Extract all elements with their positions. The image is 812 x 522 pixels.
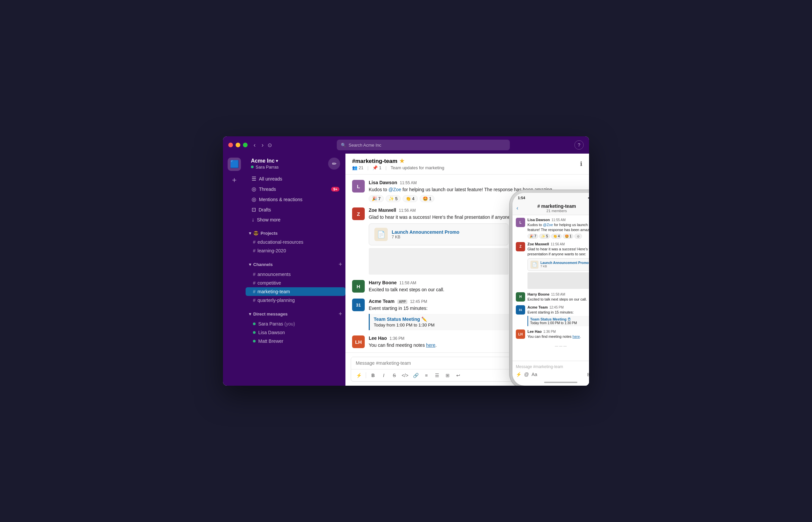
phone-at-button[interactable]: @ bbox=[524, 372, 529, 377]
phone-reaction[interactable]: 🤩 1 bbox=[563, 234, 574, 239]
avatar: 31 bbox=[352, 299, 365, 311]
phone-file-attachment[interactable]: 📄 Launch Announcement Promo 7 KB bbox=[527, 258, 589, 271]
online-dot bbox=[253, 322, 256, 325]
bold-button[interactable]: B bbox=[368, 371, 378, 380]
list-item: 31 Acme Team 12:45 PM Event starting in … bbox=[516, 305, 589, 326]
search-bar[interactable]: 🔍 Search Acme Inc bbox=[337, 140, 510, 150]
app-badge: APP bbox=[397, 300, 408, 304]
phone-reaction[interactable]: 🎉 7 bbox=[527, 234, 538, 239]
channel-item-announcements[interactable]: # announcements bbox=[246, 270, 345, 279]
star-icon[interactable]: ★ bbox=[399, 158, 404, 165]
avatar: 31 bbox=[516, 305, 525, 315]
message-time: 11:55 AM bbox=[400, 181, 417, 185]
add-workspace-button[interactable]: ＋ bbox=[231, 175, 238, 185]
channel-item-quarterly-planning[interactable]: # quarterly-planning bbox=[246, 296, 345, 304]
nav-item-mentions[interactable]: ◎ Mentions & reactions bbox=[248, 194, 343, 204]
channels-section-header[interactable]: ▾ Channels + bbox=[246, 259, 345, 270]
phone-reaction[interactable]: ✨ 5 bbox=[539, 234, 550, 239]
reaction-pill[interactable]: 🤩 1 bbox=[420, 195, 434, 202]
code-button[interactable]: </> bbox=[400, 371, 410, 380]
phone-event-title[interactable]: Team Status Meeting 🗒 bbox=[530, 317, 589, 321]
minimize-window-button[interactable] bbox=[236, 143, 240, 147]
phone-lightning-button[interactable]: ⚡ bbox=[516, 372, 521, 377]
phone-font-button[interactable]: Aa bbox=[531, 372, 537, 377]
history-button[interactable]: ⊙ bbox=[268, 142, 272, 148]
indent-button[interactable]: ⊞ bbox=[443, 371, 452, 380]
nav-item-drafts[interactable]: ⊡ Drafts bbox=[248, 204, 343, 215]
link-button[interactable]: 🔗 bbox=[411, 371, 421, 380]
dm-item-matt[interactable]: Matt Brewer bbox=[246, 337, 345, 345]
channels-label: Channels bbox=[253, 262, 273, 267]
phone-meeting-notes-link[interactable]: here bbox=[573, 335, 580, 339]
online-dot bbox=[253, 331, 256, 334]
workspace-name-button[interactable]: Acme Inc ▾ bbox=[251, 158, 278, 164]
members-count: 👥 21 bbox=[352, 165, 363, 170]
phone-back-button[interactable]: ‹ bbox=[517, 205, 518, 211]
help-button[interactable]: ? bbox=[574, 140, 584, 149]
nav-item-threads[interactable]: ◎ Threads 9+ bbox=[248, 184, 343, 194]
unordered-list-button[interactable]: ☰ bbox=[432, 371, 442, 380]
phone-msg-content: Acme Team 12:45 PM Event starting in 15 … bbox=[527, 305, 589, 326]
pins-count: 📌 1 bbox=[372, 165, 381, 170]
phone-reaction[interactable]: ☺ bbox=[574, 234, 582, 239]
show-more-icon: ↓ bbox=[252, 217, 254, 223]
phone-msg-time: 11:56 AM bbox=[551, 242, 565, 246]
ordered-list-button[interactable]: ≡ bbox=[421, 371, 431, 380]
phone-msg-header: Zoe Maxwell 11:56 AM bbox=[527, 242, 589, 246]
phone-mockup: 1:54 ▪▪▪ 🛜 ▬ ‹ # marketing-team 21 membe… bbox=[513, 193, 589, 386]
mentions-icon: ◎ bbox=[252, 196, 256, 202]
channel-item-marketing-team[interactable]: # marketing-team bbox=[246, 287, 345, 296]
workspace-icon-button[interactable]: 🟦 bbox=[228, 158, 241, 171]
dm-section-header[interactable]: ▾ Direct messages + bbox=[246, 308, 345, 320]
maximize-window-button[interactable] bbox=[243, 143, 248, 147]
phone-msg-author: Harry Boone bbox=[527, 292, 549, 296]
drafts-icon: ⊡ bbox=[252, 206, 256, 213]
title-bar: ‹ › ⊙ 🔍 Search Acme Inc ? bbox=[223, 136, 589, 154]
message-author: Lisa Dawson bbox=[369, 180, 397, 185]
channel-item-learning-2020[interactable]: # learning-2020 bbox=[246, 246, 345, 255]
app-window: ‹ › ⊙ 🔍 Search Acme Inc ? 🟦 ＋ Acme Inc bbox=[223, 136, 589, 386]
italic-button[interactable]: I bbox=[379, 371, 389, 380]
channel-item-competitive[interactable]: # competitive bbox=[246, 279, 345, 287]
add-channel-button[interactable]: + bbox=[339, 261, 342, 268]
dm-item-lisa[interactable]: Lisa Dawson bbox=[246, 328, 345, 337]
list-item: H Harry Boone 11:58 AM Excited to talk n… bbox=[516, 292, 589, 302]
file-attachment[interactable]: 📄 Launch Announcement Promo 7 KB bbox=[369, 223, 508, 245]
projects-chevron-icon: ▾ bbox=[249, 231, 251, 236]
back-button[interactable]: ‹ bbox=[252, 141, 257, 149]
phone-channel-members: 21 members bbox=[521, 209, 589, 213]
avatar: Z bbox=[352, 207, 365, 220]
add-dm-button[interactable]: + bbox=[339, 310, 342, 318]
message-author: Lee Hao bbox=[369, 336, 387, 341]
phone-msg-header: Lee Hao 1:36 PM bbox=[527, 329, 589, 334]
nav-item-show-more[interactable]: ↓ Show more bbox=[248, 215, 343, 225]
reaction-pill[interactable]: ✨ 5 bbox=[386, 195, 401, 202]
channel-name: competitive bbox=[257, 280, 281, 286]
phone-msg-author: Zoe Maxwell bbox=[527, 242, 549, 246]
nav-item-unreads[interactable]: ☰ All unreads bbox=[248, 174, 343, 184]
nav-label-threads: Threads bbox=[259, 186, 276, 192]
current-user-name: Sara Parras bbox=[256, 165, 278, 169]
compose-button[interactable]: ✏ bbox=[328, 158, 340, 169]
hash-icon: # bbox=[253, 289, 256, 294]
undo-button[interactable]: ↩ bbox=[453, 371, 463, 380]
reaction-pill[interactable]: 👏 4 bbox=[403, 195, 418, 202]
reaction-pill[interactable]: 🎉 7 bbox=[369, 195, 384, 202]
phone-home-indicator bbox=[513, 379, 589, 386]
chat-header: #marketing-team ★ 👥 21 | 📌 1 | Team upda… bbox=[345, 154, 589, 175]
strikethrough-button[interactable]: S bbox=[389, 371, 399, 380]
channel-info-button[interactable]: ℹ bbox=[580, 160, 582, 167]
close-window-button[interactable] bbox=[228, 143, 233, 147]
phone-input-placeholder[interactable]: Message #marketing-team bbox=[516, 363, 589, 370]
lightning-button[interactable]: ⚡ bbox=[354, 371, 364, 380]
dm-item-sara[interactable]: Sara Parras (you) bbox=[246, 320, 345, 328]
phone-attachment-button[interactable]: ⊞ bbox=[587, 372, 589, 377]
projects-section-header[interactable]: ▾ 😎 Projects bbox=[246, 229, 345, 238]
hash-icon: # bbox=[253, 248, 256, 253]
meeting-notes-link[interactable]: here bbox=[426, 342, 435, 348]
phone-reaction[interactable]: 👏 4 bbox=[551, 234, 562, 239]
forward-button[interactable]: › bbox=[259, 141, 266, 149]
channel-item-educational-resources[interactable]: # educational-resources bbox=[246, 238, 345, 246]
phone-msg-header: Lisa Dawson 11:55 AM bbox=[527, 218, 589, 222]
phone-channel-name: # marketing-team bbox=[521, 203, 589, 209]
